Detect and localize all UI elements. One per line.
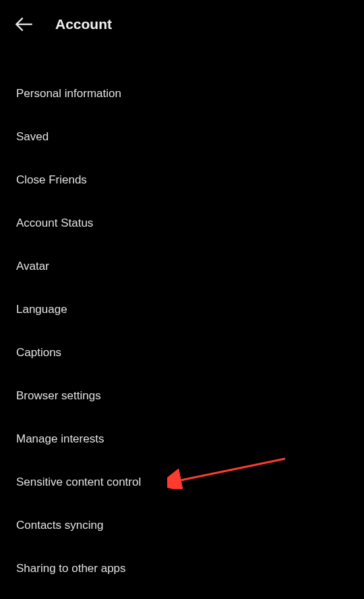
menu-item-avatar[interactable]: Avatar xyxy=(16,245,348,288)
page-title: Account xyxy=(55,16,112,32)
header: Account xyxy=(0,0,364,49)
menu-item-sensitive-content-control[interactable]: Sensitive content control xyxy=(16,461,348,504)
menu-item-language[interactable]: Language xyxy=(16,288,348,331)
menu-item-close-friends[interactable]: Close Friends xyxy=(16,159,348,202)
menu-item-saved[interactable]: Saved xyxy=(16,115,348,159)
menu-item-sharing-to-other-apps[interactable]: Sharing to other apps xyxy=(16,547,348,590)
menu-list: Personal information Saved Close Friends… xyxy=(0,72,364,590)
menu-item-captions[interactable]: Captions xyxy=(16,331,348,374)
back-button[interactable] xyxy=(13,13,35,35)
menu-item-personal-information[interactable]: Personal information xyxy=(16,72,348,115)
menu-item-browser-settings[interactable]: Browser settings xyxy=(16,374,348,418)
arrow-left-icon xyxy=(15,15,34,34)
menu-item-manage-interests[interactable]: Manage interests xyxy=(16,418,348,461)
menu-item-account-status[interactable]: Account Status xyxy=(16,202,348,245)
menu-item-contacts-syncing[interactable]: Contacts syncing xyxy=(16,504,348,547)
